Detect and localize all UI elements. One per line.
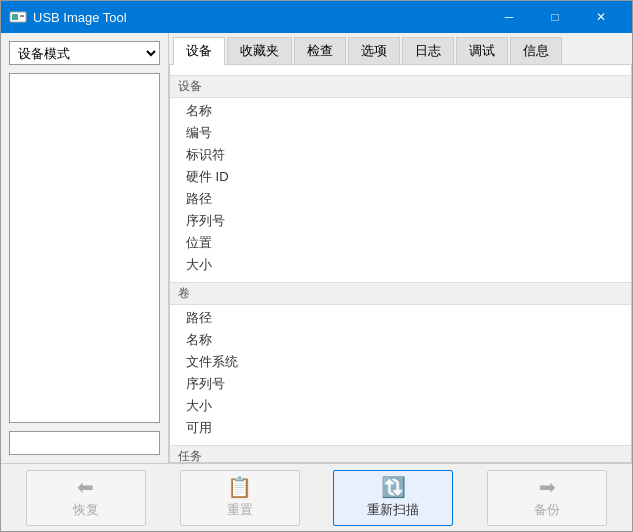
close-button[interactable]: ✕ [578,1,624,33]
vol-filesystem: 文件系统 [170,351,631,373]
rescan-icon: 🔃 [381,477,406,497]
reset-label: 重置 [227,501,253,519]
main-window: USB Image Tool ─ □ ✕ 设备模式 卷模式 设备 收藏夹 检查 … [0,0,633,532]
field-number: 编号 [170,122,631,144]
restore-icon: ⬅ [77,477,94,497]
backup-button[interactable]: ➡ 备份 [487,470,607,526]
backup-icon: ➡ [539,477,556,497]
main-content: 设备模式 卷模式 设备 收藏夹 检查 选项 日志 调试 信息 设备 [1,33,632,463]
field-location: 位置 [170,232,631,254]
vol-serial: 序列号 [170,373,631,395]
section-volume: 卷 路径 名称 文件系统 序列号 大小 可用 [170,282,631,439]
field-hardware-id: 硬件 ID [170,166,631,188]
tab-debug[interactable]: 调试 [456,37,508,64]
vol-available: 可用 [170,417,631,439]
left-panel: 设备模式 卷模式 [1,33,169,463]
field-serial: 序列号 [170,210,631,232]
section-task: 任务 已开始 正在结束 正在写入 还剩余 速度 [170,445,631,463]
rescan-button[interactable]: 🔃 重新扫描 [333,470,453,526]
reset-button[interactable]: 📋 重置 [180,470,300,526]
tab-info[interactable]: 信息 [510,37,562,64]
maximize-button[interactable]: □ [532,1,578,33]
section-device: 设备 名称 编号 标识符 硬件 ID 路径 序列号 位置 大小 [170,75,631,276]
restore-button[interactable]: ⬅ 恢复 [26,470,146,526]
vol-path: 路径 [170,307,631,329]
app-icon [9,8,27,26]
backup-label: 备份 [534,501,560,519]
rescan-label: 重新扫描 [367,501,419,519]
tab-device[interactable]: 设备 [173,37,225,65]
tab-content: 设备 名称 编号 标识符 硬件 ID 路径 序列号 位置 大小 卷 路径 名称 … [169,65,632,463]
vol-size: 大小 [170,395,631,417]
minimize-button[interactable]: ─ [486,1,532,33]
bottom-input [9,431,160,455]
section-device-header: 设备 [170,75,631,98]
mode-dropdown[interactable]: 设备模式 卷模式 [9,41,160,65]
right-panel: 设备 收藏夹 检查 选项 日志 调试 信息 设备 名称 编号 标识符 硬件 ID… [169,33,632,463]
title-bar: USB Image Tool ─ □ ✕ [1,1,632,33]
bottom-bar: ⬅ 恢复 📋 重置 🔃 重新扫描 ➡ 备份 [1,463,632,531]
tab-log[interactable]: 日志 [402,37,454,64]
vol-name: 名称 [170,329,631,351]
tab-options[interactable]: 选项 [348,37,400,64]
field-identifier: 标识符 [170,144,631,166]
svg-rect-1 [12,14,18,20]
tab-bar: 设备 收藏夹 检查 选项 日志 调试 信息 [169,33,632,65]
tab-favorites[interactable]: 收藏夹 [227,37,292,64]
device-list[interactable] [9,73,160,423]
tab-check[interactable]: 检查 [294,37,346,64]
section-task-header: 任务 [170,445,631,463]
restore-label: 恢复 [73,501,99,519]
section-volume-header: 卷 [170,282,631,305]
svg-rect-2 [20,15,24,17]
reset-icon: 📋 [227,477,252,497]
field-name: 名称 [170,100,631,122]
window-title: USB Image Tool [33,10,486,25]
field-size: 大小 [170,254,631,276]
window-controls: ─ □ ✕ [486,1,624,33]
field-path: 路径 [170,188,631,210]
